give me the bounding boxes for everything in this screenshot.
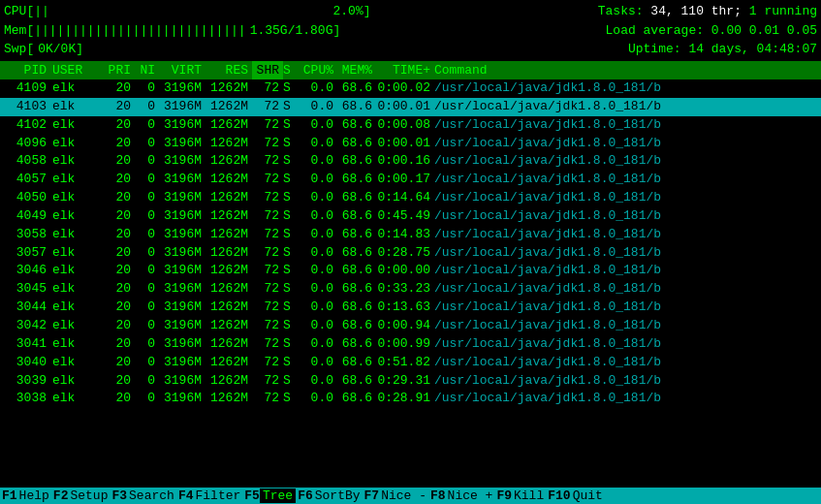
- table-row[interactable]: 4109 elk 20 0 3196M 1262M 72 S 0.0 68.6 …: [0, 79, 821, 98]
- cpu-label: CPU[: [4, 2, 34, 21]
- table-row[interactable]: 3042 elk 20 0 3196M 1262M 72 S 0.0 68.6 …: [0, 317, 821, 335]
- footer-item-setup[interactable]: F2Setup: [53, 488, 111, 503]
- cell-s: S: [283, 317, 299, 335]
- cell-cmd: /usr/local/java/jdk1.8.0_181/b: [434, 98, 817, 116]
- cell-user: elk: [52, 299, 101, 317]
- col-header-res: RES: [205, 61, 252, 80]
- cell-virt: 3196M: [159, 98, 205, 116]
- cell-shr: 72: [252, 207, 283, 226]
- cell-pid: 4103: [4, 98, 52, 116]
- table-row[interactable]: 3040 elk 20 0 3196M 1262M 72 S 0.0 68.6 …: [0, 354, 821, 372]
- footer-label: Kill: [512, 488, 546, 503]
- footer-label: Nice +: [446, 488, 495, 503]
- cell-pid: 3044: [4, 299, 52, 317]
- footer-item-nice-[interactable]: F7Nice -: [364, 488, 428, 503]
- table-row[interactable]: 4057 elk 20 0 3196M 1262M 72 S 0.0 68.6 …: [0, 171, 821, 189]
- cell-user: elk: [52, 390, 101, 408]
- cell-cmd: /usr/local/java/jdk1.8.0_181/b: [434, 171, 817, 189]
- footer-key: F4: [178, 488, 194, 503]
- table-row[interactable]: 3041 elk 20 0 3196M 1262M 72 S 0.0 68.6 …: [0, 335, 821, 354]
- table-row[interactable]: 4096 elk 20 0 3196M 1262M 72 S 0.0 68.6 …: [0, 135, 821, 153]
- cell-cmd: /usr/local/java/jdk1.8.0_181/b: [434, 152, 817, 171]
- cell-user: elk: [52, 226, 101, 244]
- col-header-ni: NI: [135, 61, 159, 80]
- cpu-line: CPU[|| 2.0%]: [4, 2, 371, 21]
- table-row[interactable]: 3046 elk 20 0 3196M 1262M 72 S 0.0 68.6 …: [0, 262, 821, 280]
- cell-shr: 72: [252, 372, 283, 391]
- tasks-count: 34, 110 thr;: [650, 4, 742, 18]
- cell-virt: 3196M: [159, 171, 205, 189]
- footer-item-filter[interactable]: F4Filter: [178, 488, 242, 503]
- footer-label: Quit: [571, 488, 605, 503]
- mem-bars: ||||||||||||||||||||||||||||: [34, 21, 245, 41]
- cell-s: S: [283, 226, 299, 244]
- table-row[interactable]: 3045 elk 20 0 3196M 1262M 72 S 0.0 68.6 …: [0, 280, 821, 299]
- footer-item-quit[interactable]: F10Quit: [548, 488, 605, 503]
- load-vals: 0.00 0.01 0.05: [711, 23, 817, 38]
- table-row[interactable]: 3044 elk 20 0 3196M 1262M 72 S 0.0 68.6 …: [0, 299, 821, 317]
- cell-s: S: [283, 98, 299, 116]
- cell-pri: 20: [101, 116, 135, 135]
- table-row[interactable]: 4103 elk 20 0 3196M 1262M 72 S 0.0 68.6 …: [0, 98, 821, 116]
- cell-pid: 4058: [4, 152, 52, 171]
- cell-ni: 0: [135, 244, 159, 263]
- cell-cmd: /usr/local/java/jdk1.8.0_181/b: [434, 116, 817, 135]
- cell-shr: 72: [252, 335, 283, 354]
- cell-mem: 68.6: [337, 152, 376, 171]
- footer-item-kill[interactable]: F9Kill: [496, 488, 546, 503]
- footer-item-search[interactable]: F3Search: [111, 488, 175, 503]
- col-header-virt: VIRT: [159, 61, 205, 80]
- cell-time: 0:45.49: [376, 207, 434, 226]
- cell-virt: 3196M: [159, 152, 205, 171]
- cell-virt: 3196M: [159, 262, 205, 280]
- footer-item-tree[interactable]: F5Tree: [244, 488, 296, 503]
- cell-pri: 20: [101, 317, 135, 335]
- cell-shr: 72: [252, 135, 283, 153]
- table-row[interactable]: 4049 elk 20 0 3196M 1262M 72 S 0.0 68.6 …: [0, 207, 821, 226]
- cell-cmd: /usr/local/java/jdk1.8.0_181/b: [434, 317, 817, 335]
- cell-user: elk: [52, 372, 101, 391]
- cell-ni: 0: [135, 226, 159, 244]
- table-row[interactable]: 3038 elk 20 0 3196M 1262M 72 S 0.0 68.6 …: [0, 390, 821, 408]
- cell-cpu: 0.0: [299, 207, 337, 226]
- footer-item-nice+[interactable]: F8Nice +: [430, 488, 494, 503]
- footer-key: F3: [111, 488, 127, 503]
- cell-pri: 20: [101, 171, 135, 189]
- table-row[interactable]: 3039 elk 20 0 3196M 1262M 72 S 0.0 68.6 …: [0, 372, 821, 391]
- swp-label: Swp[: [4, 40, 34, 59]
- footer-key: F7: [364, 488, 380, 503]
- cpu-bars: ||: [34, 2, 49, 21]
- footer-label: SortBy: [313, 488, 363, 503]
- cell-mem: 68.6: [337, 390, 376, 408]
- cell-s: S: [283, 354, 299, 372]
- header-row-3: Swp[0K/0K] Uptime: 14 days, 04:48:07: [4, 40, 817, 59]
- cell-pri: 20: [101, 262, 135, 280]
- uptime-val: 14 days, 04:48:07: [688, 42, 817, 56]
- cell-s: S: [283, 189, 299, 207]
- col-header-cmd: Command: [434, 61, 817, 80]
- cell-user: elk: [52, 171, 101, 189]
- cell-pri: 20: [101, 390, 135, 408]
- table-row[interactable]: 4050 elk 20 0 3196M 1262M 72 S 0.0 68.6 …: [0, 189, 821, 207]
- footer-item-help[interactable]: F1Help: [2, 488, 51, 503]
- uptime-info: Uptime: 14 days, 04:48:07: [526, 40, 817, 59]
- cell-pid: 4102: [4, 116, 52, 135]
- cell-ni: 0: [135, 372, 159, 391]
- cell-pri: 20: [101, 354, 135, 372]
- cell-time: 0:14.64: [376, 189, 434, 207]
- cell-virt: 3196M: [159, 317, 205, 335]
- table-row[interactable]: 3058 elk 20 0 3196M 1262M 72 S 0.0 68.6 …: [0, 226, 821, 244]
- cell-shr: 72: [252, 152, 283, 171]
- cell-res: 1262M: [205, 244, 252, 263]
- cell-pri: 20: [101, 226, 135, 244]
- cell-time: 0:00.99: [376, 335, 434, 354]
- table-row[interactable]: 4058 elk 20 0 3196M 1262M 72 S 0.0 68.6 …: [0, 152, 821, 171]
- table-row[interactable]: 4102 elk 20 0 3196M 1262M 72 S 0.0 68.6 …: [0, 116, 821, 135]
- table-row[interactable]: 3057 elk 20 0 3196M 1262M 72 S 0.0 68.6 …: [0, 244, 821, 263]
- uptime-label: Uptime:: [628, 42, 688, 56]
- cell-res: 1262M: [205, 98, 252, 116]
- footer-item-sortby[interactable]: F6SortBy: [298, 488, 362, 503]
- cell-cmd: /usr/local/java/jdk1.8.0_181/b: [434, 79, 817, 98]
- cell-ni: 0: [135, 79, 159, 98]
- cell-s: S: [283, 171, 299, 189]
